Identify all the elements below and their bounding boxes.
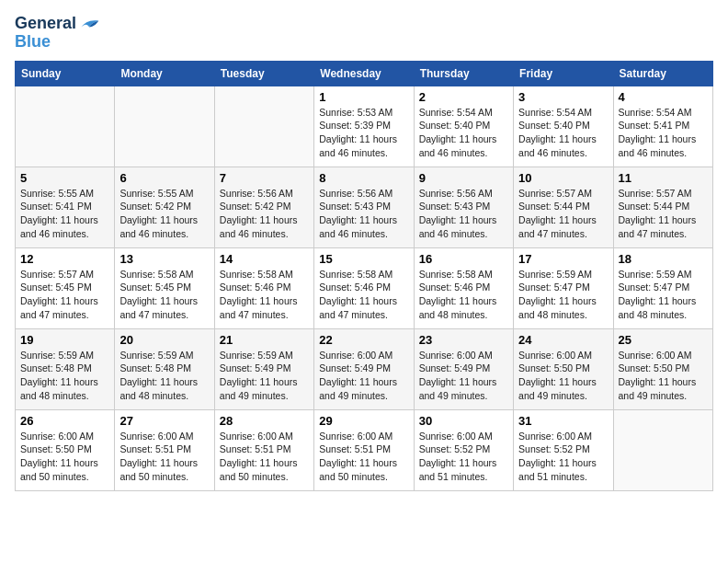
calendar-cell: 31Sunrise: 6:00 AM Sunset: 5:52 PM Dayli… xyxy=(514,409,613,490)
day-number: 25 xyxy=(619,333,708,347)
day-number: 4 xyxy=(619,90,708,104)
day-number: 7 xyxy=(220,171,309,185)
weekday-header-saturday: Saturday xyxy=(613,61,712,86)
day-info: Sunrise: 6:00 AM Sunset: 5:51 PM Dayligh… xyxy=(119,430,209,484)
day-info: Sunrise: 6:00 AM Sunset: 5:49 PM Dayligh… xyxy=(419,349,508,403)
logo: General Blue xyxy=(15,15,100,52)
day-info: Sunrise: 6:00 AM Sunset: 5:50 PM Dayligh… xyxy=(20,430,109,484)
calendar-week-5: 26Sunrise: 6:00 AM Sunset: 5:50 PM Dayli… xyxy=(16,409,713,490)
day-info: Sunrise: 6:00 AM Sunset: 5:50 PM Dayligh… xyxy=(619,349,708,403)
day-info: Sunrise: 5:54 AM Sunset: 5:40 PM Dayligh… xyxy=(518,106,608,160)
calendar-cell: 24Sunrise: 6:00 AM Sunset: 5:50 PM Dayli… xyxy=(514,328,613,409)
day-number: 28 xyxy=(220,414,309,428)
day-info: Sunrise: 5:58 AM Sunset: 5:45 PM Dayligh… xyxy=(119,268,209,322)
calendar-cell: 11Sunrise: 5:57 AM Sunset: 5:44 PM Dayli… xyxy=(613,167,712,247)
calendar-cell: 8Sunrise: 5:56 AM Sunset: 5:43 PM Daylig… xyxy=(314,167,414,247)
day-number: 9 xyxy=(419,171,508,185)
calendar-cell: 16Sunrise: 5:58 AM Sunset: 5:46 PM Dayli… xyxy=(414,247,513,328)
day-info: Sunrise: 5:55 AM Sunset: 5:41 PM Dayligh… xyxy=(20,187,109,241)
day-info: Sunrise: 5:56 AM Sunset: 5:43 PM Dayligh… xyxy=(319,187,408,241)
calendar-cell xyxy=(16,86,115,167)
logo-blue: Blue xyxy=(15,33,51,52)
calendar-week-4: 19Sunrise: 5:59 AM Sunset: 5:48 PM Dayli… xyxy=(16,328,713,409)
day-info: Sunrise: 5:55 AM Sunset: 5:42 PM Dayligh… xyxy=(119,187,209,241)
day-number: 18 xyxy=(619,252,708,266)
day-number: 19 xyxy=(20,333,109,347)
day-number: 27 xyxy=(119,414,209,428)
day-info: Sunrise: 6:00 AM Sunset: 5:49 PM Dayligh… xyxy=(319,349,408,403)
day-info: Sunrise: 5:59 AM Sunset: 5:49 PM Dayligh… xyxy=(220,349,309,403)
day-number: 16 xyxy=(419,252,508,266)
calendar-cell: 20Sunrise: 5:59 AM Sunset: 5:48 PM Dayli… xyxy=(115,328,214,409)
logo-bird-icon xyxy=(78,16,100,32)
calendar-cell xyxy=(115,86,214,167)
calendar-cell: 2Sunrise: 5:54 AM Sunset: 5:40 PM Daylig… xyxy=(414,86,513,167)
day-info: Sunrise: 5:58 AM Sunset: 5:46 PM Dayligh… xyxy=(319,268,408,322)
calendar-cell: 22Sunrise: 6:00 AM Sunset: 5:49 PM Dayli… xyxy=(314,328,414,409)
day-number: 29 xyxy=(319,414,408,428)
logo-general: General xyxy=(15,15,76,33)
day-info: Sunrise: 5:58 AM Sunset: 5:46 PM Dayligh… xyxy=(220,268,309,322)
day-info: Sunrise: 5:57 AM Sunset: 5:44 PM Dayligh… xyxy=(518,187,608,241)
calendar-cell: 12Sunrise: 5:57 AM Sunset: 5:45 PM Dayli… xyxy=(16,247,115,328)
day-info: Sunrise: 6:00 AM Sunset: 5:50 PM Dayligh… xyxy=(518,349,608,403)
calendar-cell: 5Sunrise: 5:55 AM Sunset: 5:41 PM Daylig… xyxy=(16,167,115,247)
day-number: 10 xyxy=(518,171,608,185)
weekday-header-monday: Monday xyxy=(115,61,214,86)
day-number: 3 xyxy=(518,90,608,104)
weekday-header-tuesday: Tuesday xyxy=(214,61,313,86)
day-number: 13 xyxy=(119,252,209,266)
calendar-cell: 30Sunrise: 6:00 AM Sunset: 5:52 PM Dayli… xyxy=(414,409,513,490)
day-info: Sunrise: 5:57 AM Sunset: 5:45 PM Dayligh… xyxy=(20,268,109,322)
day-info: Sunrise: 5:56 AM Sunset: 5:43 PM Dayligh… xyxy=(419,187,508,241)
day-info: Sunrise: 6:00 AM Sunset: 5:52 PM Dayligh… xyxy=(419,430,508,484)
weekday-header-thursday: Thursday xyxy=(414,61,513,86)
calendar-cell: 29Sunrise: 6:00 AM Sunset: 5:51 PM Dayli… xyxy=(314,409,414,490)
day-info: Sunrise: 6:00 AM Sunset: 5:51 PM Dayligh… xyxy=(220,430,309,484)
weekday-header-friday: Friday xyxy=(514,61,613,86)
weekday-header-sunday: Sunday xyxy=(16,61,115,86)
day-number: 6 xyxy=(119,171,209,185)
day-info: Sunrise: 5:54 AM Sunset: 5:41 PM Dayligh… xyxy=(619,106,708,160)
calendar-cell: 25Sunrise: 6:00 AM Sunset: 5:50 PM Dayli… xyxy=(613,328,712,409)
day-number: 1 xyxy=(319,90,408,104)
day-number: 30 xyxy=(419,414,508,428)
day-number: 2 xyxy=(419,90,508,104)
calendar-cell: 27Sunrise: 6:00 AM Sunset: 5:51 PM Dayli… xyxy=(115,409,214,490)
page-header: General Blue xyxy=(15,15,713,52)
day-info: Sunrise: 5:56 AM Sunset: 5:42 PM Dayligh… xyxy=(220,187,309,241)
day-number: 5 xyxy=(20,171,109,185)
calendar-cell: 28Sunrise: 6:00 AM Sunset: 5:51 PM Dayli… xyxy=(214,409,313,490)
day-number: 11 xyxy=(619,171,708,185)
day-info: Sunrise: 5:59 AM Sunset: 5:48 PM Dayligh… xyxy=(119,349,209,403)
calendar-cell: 17Sunrise: 5:59 AM Sunset: 5:47 PM Dayli… xyxy=(514,247,613,328)
day-number: 17 xyxy=(518,252,608,266)
day-info: Sunrise: 6:00 AM Sunset: 5:52 PM Dayligh… xyxy=(518,430,608,484)
day-info: Sunrise: 5:58 AM Sunset: 5:46 PM Dayligh… xyxy=(419,268,508,322)
day-info: Sunrise: 5:54 AM Sunset: 5:40 PM Dayligh… xyxy=(419,106,508,160)
day-number: 14 xyxy=(220,252,309,266)
calendar-cell: 6Sunrise: 5:55 AM Sunset: 5:42 PM Daylig… xyxy=(115,167,214,247)
day-number: 24 xyxy=(518,333,608,347)
calendar-cell: 13Sunrise: 5:58 AM Sunset: 5:45 PM Dayli… xyxy=(115,247,214,328)
calendar-cell: 23Sunrise: 6:00 AM Sunset: 5:49 PM Dayli… xyxy=(414,328,513,409)
day-info: Sunrise: 5:57 AM Sunset: 5:44 PM Dayligh… xyxy=(619,187,708,241)
day-number: 12 xyxy=(20,252,109,266)
calendar-cell: 19Sunrise: 5:59 AM Sunset: 5:48 PM Dayli… xyxy=(16,328,115,409)
day-number: 21 xyxy=(220,333,309,347)
day-info: Sunrise: 5:59 AM Sunset: 5:47 PM Dayligh… xyxy=(518,268,608,322)
calendar-cell: 10Sunrise: 5:57 AM Sunset: 5:44 PM Dayli… xyxy=(514,167,613,247)
day-number: 26 xyxy=(20,414,109,428)
calendar-cell: 14Sunrise: 5:58 AM Sunset: 5:46 PM Dayli… xyxy=(214,247,313,328)
calendar-cell: 18Sunrise: 5:59 AM Sunset: 5:47 PM Dayli… xyxy=(613,247,712,328)
calendar-cell: 15Sunrise: 5:58 AM Sunset: 5:46 PM Dayli… xyxy=(314,247,414,328)
calendar-cell xyxy=(214,86,313,167)
calendar-cell: 26Sunrise: 6:00 AM Sunset: 5:50 PM Dayli… xyxy=(16,409,115,490)
day-number: 8 xyxy=(319,171,408,185)
calendar-cell: 21Sunrise: 5:59 AM Sunset: 5:49 PM Dayli… xyxy=(214,328,313,409)
calendar-week-3: 12Sunrise: 5:57 AM Sunset: 5:45 PM Dayli… xyxy=(16,247,713,328)
day-info: Sunrise: 5:59 AM Sunset: 5:47 PM Dayligh… xyxy=(619,268,708,322)
day-info: Sunrise: 5:59 AM Sunset: 5:48 PM Dayligh… xyxy=(20,349,109,403)
day-number: 23 xyxy=(419,333,508,347)
day-number: 20 xyxy=(119,333,209,347)
